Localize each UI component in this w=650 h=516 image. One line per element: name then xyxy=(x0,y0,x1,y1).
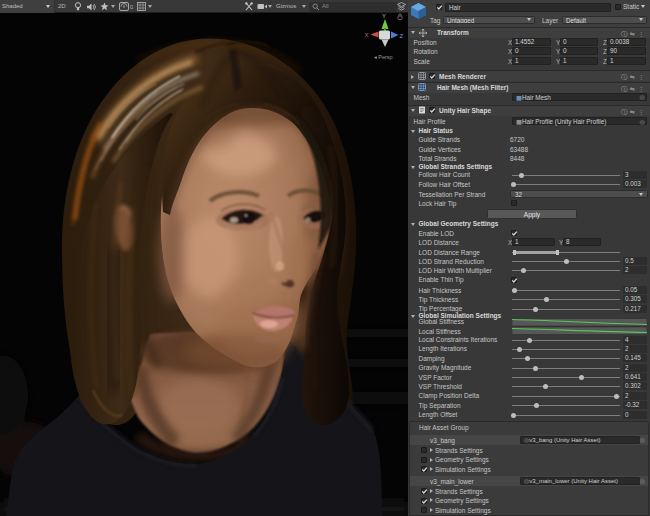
svg-text:◂ Persp: ◂ Persp xyxy=(374,54,393,60)
svg-text:0: 0 xyxy=(130,4,133,10)
svg-text:X: X xyxy=(365,32,369,38)
svg-text:Y: Y xyxy=(382,13,386,19)
svg-text:Z: Z xyxy=(400,33,404,39)
